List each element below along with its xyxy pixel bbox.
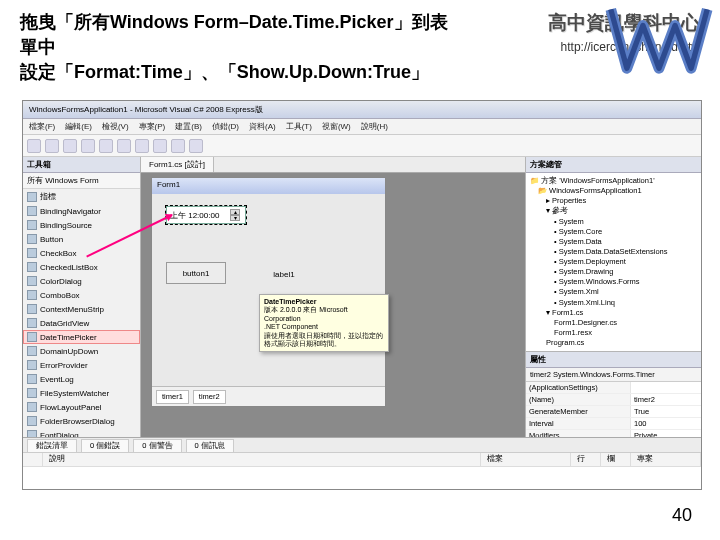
toolbox-item[interactable]: BindingNavigator [23, 204, 140, 218]
menu-item[interactable]: 檔案(F) [29, 121, 55, 132]
form-titlebar: Form1 [152, 178, 385, 194]
toolbar-button[interactable] [189, 139, 203, 153]
toolbox-item[interactable]: BindingSource [23, 218, 140, 232]
toolbar-button[interactable] [63, 139, 77, 153]
tree-node[interactable]: ▸ Properties [530, 196, 697, 206]
tree-node[interactable]: ▾ Form1.cs [530, 308, 697, 318]
property-value[interactable]: timer2 [631, 394, 701, 405]
toolbox-item[interactable]: CheckBox [23, 246, 140, 260]
toolbox-item[interactable]: FolderBrowserDialog [23, 414, 140, 428]
toolbox-item[interactable]: FileSystemWatcher [23, 386, 140, 400]
tree-node[interactable]: • System.Deployment [530, 257, 697, 267]
document-tab[interactable]: Form1.cs [設計] [141, 157, 214, 172]
col-header[interactable]: 說明 [43, 453, 481, 466]
instr-text: 拖曳「所有 [20, 12, 110, 32]
toolbox-item[interactable]: ComboBox [23, 288, 140, 302]
menu-item[interactable]: 說明(H) [361, 121, 388, 132]
toolbox-item[interactable]: DomainUpDown [23, 344, 140, 358]
menu-item[interactable]: 資料(A) [249, 121, 276, 132]
property-name: (Name) [526, 394, 631, 405]
tree-node[interactable]: • System.Windows.Forms [530, 277, 697, 287]
tree-node[interactable]: • System [530, 217, 697, 227]
property-value[interactable]: 100 [631, 418, 701, 429]
toolbox-item[interactable]: FontDialog [23, 428, 140, 437]
property-value[interactable]: True [631, 406, 701, 417]
tree-node[interactable]: 📂 WindowsFormsApplication1 [530, 186, 697, 196]
toolbox-item[interactable]: ErrorProvider [23, 358, 140, 372]
toolbar-button[interactable] [153, 139, 167, 153]
toolbar-button[interactable] [27, 139, 41, 153]
col-header[interactable]: 專案 [631, 453, 701, 466]
error-tab[interactable]: 0 個錯誤 [81, 439, 129, 452]
solution-tree[interactable]: 📁 方案 'WindowsFormsApplication1'📂 Windows… [526, 173, 701, 351]
updown-spinner[interactable]: ▴▾ [230, 209, 242, 221]
toolbox-item-icon [27, 262, 37, 272]
toolbox-item[interactable]: ContextMenuStrip [23, 302, 140, 316]
menu-item[interactable]: 視窗(W) [322, 121, 351, 132]
col-header[interactable]: 欄 [601, 453, 631, 466]
menu-item[interactable]: 編輯(E) [65, 121, 92, 132]
tree-node[interactable]: Form1.resx [530, 328, 697, 338]
toolbox-item-icon [27, 248, 37, 258]
error-tab[interactable]: 0 個警告 [133, 439, 181, 452]
toolbox-item[interactable]: ColorDialog [23, 274, 140, 288]
tree-node[interactable]: ▾ 參考 [530, 206, 697, 216]
menu-item[interactable]: 檢視(V) [102, 121, 129, 132]
toolbox-item-icon [27, 290, 37, 300]
tray-item[interactable]: timer2 [193, 390, 226, 404]
toolbar-button[interactable] [117, 139, 131, 153]
toolbox-item[interactable]: DateTimePicker [23, 330, 140, 344]
spin-down-icon[interactable]: ▾ [230, 215, 240, 221]
tree-node[interactable]: • System.Drawing [530, 267, 697, 277]
menu-item[interactable]: 建置(B) [175, 121, 202, 132]
error-list-panel: 錯誤清單 0 個錯誤 0 個警告 0 個訊息 說明 檔案 行 欄 專案 [23, 437, 701, 489]
form-designer[interactable]: Form1.cs [設計] Form1 上午 12:00:00 ▴▾ butto… [141, 157, 526, 437]
toolbox-item[interactable]: DataGridView [23, 316, 140, 330]
tree-node[interactable]: Program.cs [530, 338, 697, 348]
properties-object[interactable]: timer2 System.Windows.Forms.Timer [526, 368, 701, 382]
tray-item[interactable]: timer1 [156, 390, 189, 404]
tree-node[interactable]: • System.Xml.Linq [530, 298, 697, 308]
toolbar-button[interactable] [135, 139, 149, 153]
toolbox-item[interactable]: 指標 [23, 189, 140, 204]
property-row[interactable]: (ApplicationSettings) [526, 382, 701, 394]
error-filter-tabs: 錯誤清單 0 個錯誤 0 個警告 0 個訊息 [23, 438, 701, 453]
toolbox-item[interactable]: EventLog [23, 372, 140, 386]
error-tab[interactable]: 錯誤清單 [27, 439, 77, 452]
document-tabstrip: Form1.cs [設計] [141, 157, 525, 173]
col-header[interactable]: 檔案 [481, 453, 571, 466]
property-row[interactable]: GenerateMemberTrue [526, 406, 701, 418]
tree-node[interactable]: 📁 方案 'WindowsFormsApplication1' [530, 176, 697, 186]
toolbox-item-icon [27, 192, 37, 202]
property-value[interactable] [631, 382, 701, 393]
instr-text: 設定「 [20, 62, 74, 82]
menu-item[interactable]: 專案(P) [139, 121, 166, 132]
toolbox-group-header[interactable]: 所有 Windows Form [23, 173, 140, 189]
col-header[interactable] [23, 453, 43, 466]
error-tab[interactable]: 0 個訊息 [186, 439, 234, 452]
tree-node[interactable]: • System.Xml [530, 287, 697, 297]
toolbar-button[interactable] [99, 139, 113, 153]
toolbar-button[interactable] [81, 139, 95, 153]
menu-item[interactable]: 工具(T) [286, 121, 312, 132]
tree-node[interactable]: • System.Data.DataSetExtensions [530, 247, 697, 257]
instr-bold: Show.Up.Down:True [237, 62, 411, 82]
form-surface[interactable]: Form1 上午 12:00:00 ▴▾ button1 label1 time… [151, 177, 386, 407]
menu-item[interactable]: 偵錯(D) [212, 121, 239, 132]
main-menu[interactable]: 檔案(F) 編輯(E) 檢視(V) 專案(P) 建置(B) 偵錯(D) 資料(A… [23, 119, 701, 135]
property-row[interactable]: Interval100 [526, 418, 701, 430]
slide-number: 40 [672, 505, 692, 526]
tree-node[interactable]: Form1.Designer.cs [530, 318, 697, 328]
tree-node[interactable]: • System.Data [530, 237, 697, 247]
label-control[interactable]: label1 [256, 267, 312, 281]
property-row[interactable]: (Name)timer2 [526, 394, 701, 406]
toolbox-item-label: 指標 [40, 191, 56, 202]
col-header[interactable]: 行 [571, 453, 601, 466]
toolbox-item[interactable]: FlowLayoutPanel [23, 400, 140, 414]
toolbox-item-label: DomainUpDown [40, 347, 98, 356]
toolbar-button[interactable] [171, 139, 185, 153]
toolbar-button[interactable] [45, 139, 59, 153]
tree-node[interactable]: • System.Core [530, 227, 697, 237]
toolbox-item[interactable]: CheckedListBox [23, 260, 140, 274]
button-control[interactable]: button1 [166, 262, 226, 284]
